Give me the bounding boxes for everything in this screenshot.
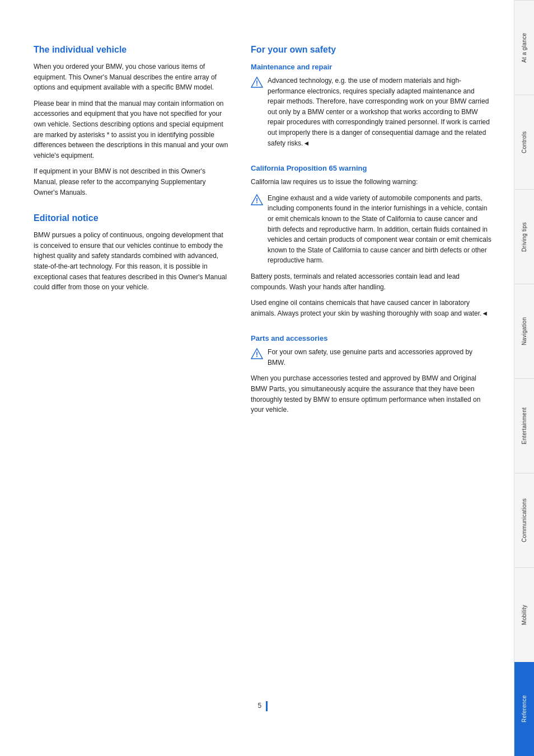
maintenance-warning-text: Advanced technology, e.g. the use of mod… bbox=[268, 76, 491, 148]
sidebar-tab-mobility[interactable]: Mobility bbox=[514, 567, 534, 662]
california-warning-text: Engine exhaust and a wide variety of aut… bbox=[268, 193, 491, 266]
individual-vehicle-body1: When you ordered your BMW, you chose var… bbox=[34, 62, 228, 93]
page-container: The individual vehicle When you ordered … bbox=[0, 0, 534, 756]
left-column: The individual vehicle When you ordered … bbox=[34, 45, 228, 684]
warning-triangle-icon-2: ! bbox=[251, 194, 263, 206]
parts-warning-block: ! For your own safety, use genuine parts… bbox=[251, 347, 491, 368]
parts-body1: When you purchase accessories tested and… bbox=[251, 373, 491, 415]
editorial-notice-section: Editorial notice BMW pursues a policy of… bbox=[34, 213, 228, 293]
warning-triangle-icon-3: ! bbox=[251, 348, 263, 360]
two-column-layout: The individual vehicle When you ordered … bbox=[34, 45, 491, 684]
page-number-container: 5 bbox=[34, 701, 491, 722]
for-your-own-safety-title: For your own safety bbox=[251, 45, 491, 55]
parts-section: Parts and accessories ! For your own saf… bbox=[251, 334, 491, 415]
svg-text:!: ! bbox=[256, 197, 258, 205]
individual-vehicle-body2: Please bear in mind that the manual may … bbox=[34, 98, 228, 161]
parts-warning-text: For your own safety, use genuine parts a… bbox=[268, 347, 491, 368]
sidebar-tab-reference[interactable]: Reference bbox=[514, 662, 534, 756]
sidebar-tab-at-a-glance[interactable]: At a glance bbox=[514, 0, 534, 95]
maintenance-section: Maintenance and repair ! Advanced techno… bbox=[251, 63, 491, 148]
maintenance-subtitle: Maintenance and repair bbox=[251, 63, 491, 71]
sidebar-tab-driving-tips[interactable]: Driving tips bbox=[514, 189, 534, 284]
page-number-accent-line bbox=[266, 701, 268, 711]
editorial-notice-title: Editorial notice bbox=[34, 213, 228, 223]
sidebar-tab-communications[interactable]: Communications bbox=[514, 473, 534, 567]
california-body2: Used engine oil contains chemicals that … bbox=[251, 298, 491, 318]
california-intro: California law requires us to issue the … bbox=[251, 177, 491, 187]
parts-subtitle: Parts and accessories bbox=[251, 334, 491, 342]
sidebar-tab-entertainment[interactable]: Entertainment bbox=[514, 378, 534, 473]
sidebar-tab-controls[interactable]: Controls bbox=[514, 95, 534, 189]
maintenance-warning-block: ! Advanced technology, e.g. the use of m… bbox=[251, 76, 491, 148]
main-content: The individual vehicle When you ordered … bbox=[0, 0, 514, 756]
individual-vehicle-body3: If equipment in your BMW is not describe… bbox=[34, 166, 228, 198]
right-column: For your own safety Maintenance and repa… bbox=[251, 45, 491, 684]
individual-vehicle-section: The individual vehicle When you ordered … bbox=[34, 45, 228, 198]
individual-vehicle-title: The individual vehicle bbox=[34, 45, 228, 55]
california-body1: Battery posts, terminals and related acc… bbox=[251, 271, 491, 292]
california-section: California Proposition 65 warning Califo… bbox=[251, 164, 491, 318]
warning-triangle-icon: ! bbox=[251, 76, 263, 88]
svg-text:!: ! bbox=[256, 79, 258, 87]
svg-text:!: ! bbox=[256, 351, 258, 359]
california-warning-block: ! Engine exhaust and a wide variety of a… bbox=[251, 193, 491, 266]
page-number-text: 5 bbox=[257, 702, 261, 710]
sidebar-tab-navigation[interactable]: Navigation bbox=[514, 284, 534, 378]
editorial-notice-body1: BMW pursues a policy of continuous, ongo… bbox=[34, 230, 228, 293]
sidebar: At a glance Controls Driving tips Naviga… bbox=[514, 0, 534, 756]
california-subtitle: California Proposition 65 warning bbox=[251, 164, 491, 172]
